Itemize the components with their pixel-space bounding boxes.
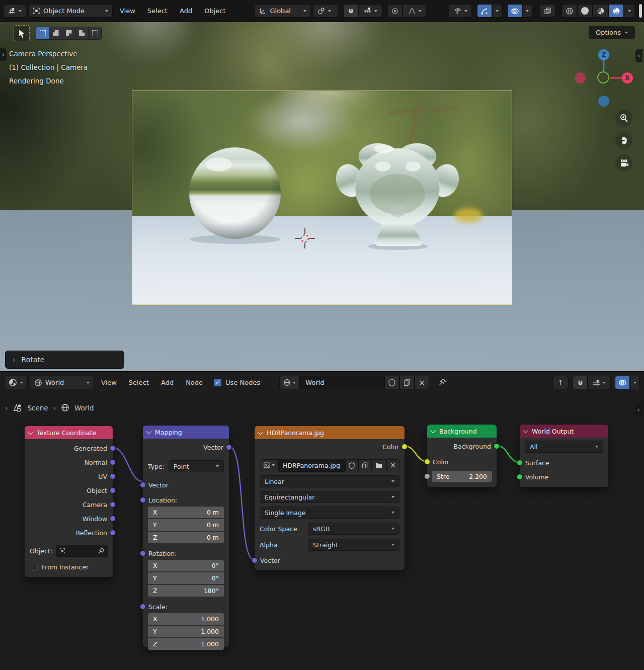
rotation-x-field[interactable]: X0° <box>148 560 224 571</box>
toolbar-toggle[interactable]: › <box>0 48 7 61</box>
node-texture-coordinate[interactable]: Texture Coordinate Generated Normal UV O… <box>24 426 113 577</box>
viewport-3d[interactable]: Options Camera Perspective (1) Collectio… <box>0 22 644 371</box>
shading-material-button[interactable] <box>593 4 608 18</box>
show-overlays-toggle[interactable] <box>615 376 630 389</box>
node-header[interactable]: Texture Coordinate <box>25 426 113 439</box>
menu-node[interactable]: Node <box>181 376 208 389</box>
zoom-button[interactable] <box>615 110 632 127</box>
socket-background-out[interactable] <box>494 443 500 449</box>
node-environment-texture[interactable]: HDRPanorama.jpg Color HDRPanorama.jpg <box>254 426 405 570</box>
location-x-field[interactable]: X0 m <box>148 507 224 518</box>
socket-reflection[interactable] <box>110 530 116 536</box>
proportional-falloff-dropdown[interactable] <box>403 4 427 18</box>
snap-toggle[interactable] <box>573 376 588 389</box>
browse-world-dropdown[interactable] <box>279 376 300 389</box>
rotation-z-field[interactable]: Z180° <box>148 585 224 597</box>
use-nodes-checkbox[interactable]: ✓ Use Nodes <box>214 379 260 386</box>
projection-dropdown[interactable]: Equirectangular <box>260 491 399 503</box>
socket-generated[interactable] <box>110 445 116 451</box>
xray-toggle[interactable] <box>539 4 555 18</box>
from-instancer-checkbox[interactable]: From Instancer <box>31 563 107 571</box>
operator-panel-rotate[interactable]: › Rotate <box>5 351 124 369</box>
unlink-button[interactable]: × <box>415 376 429 389</box>
socket-object[interactable] <box>110 487 116 493</box>
breadcrumb-scene[interactable]: Scene <box>27 404 48 412</box>
menu-select[interactable]: Select <box>142 5 173 18</box>
snap-with-dropdown[interactable] <box>358 4 382 18</box>
socket-surface[interactable] <box>517 460 523 466</box>
fake-user-button[interactable] <box>384 376 399 389</box>
rotation-y-field[interactable]: Y0° <box>148 572 224 584</box>
tweak-tool-button[interactable] <box>14 25 30 41</box>
socket-normal[interactable] <box>110 459 116 465</box>
breadcrumb-world[interactable]: World <box>74 404 94 412</box>
node-header[interactable]: HDRPanorama.jpg <box>255 426 405 439</box>
shader-type-dropdown[interactable]: World <box>30 376 94 389</box>
shading-wireframe-button[interactable] <box>561 4 577 18</box>
gizmo-x-neg-axis[interactable] <box>575 72 586 83</box>
browse-image-dropdown[interactable] <box>260 459 279 471</box>
node-world-output[interactable]: World Output All Surface Volume <box>519 424 609 487</box>
region-divider[interactable] <box>639 4 642 18</box>
scale-x-field[interactable]: X1.000 <box>148 613 224 625</box>
gizmo-z-axis[interactable]: Z <box>598 49 609 60</box>
overlays-dropdown[interactable] <box>522 4 532 18</box>
pan-button[interactable] <box>615 132 632 149</box>
select-mode-invert-button[interactable] <box>75 27 88 39</box>
snap-with-dropdown[interactable] <box>588 376 611 389</box>
gizmo-y-axis[interactable] <box>597 71 609 83</box>
socket-vector-in[interactable] <box>140 482 146 488</box>
camera-frame[interactable] <box>132 91 512 305</box>
object-type-visibility-dropdown[interactable] <box>449 4 472 18</box>
socket-scale[interactable] <box>140 604 146 610</box>
interpolation-dropdown[interactable]: Linear <box>260 475 399 487</box>
select-mode-new-button[interactable] <box>36 27 49 39</box>
world-name-field[interactable]: World <box>300 376 384 389</box>
scale-y-field[interactable]: Y1.000 <box>148 626 224 637</box>
camera-view-button[interactable] <box>615 154 632 172</box>
open-image-button[interactable] <box>371 459 386 471</box>
transform-orientation-dropdown[interactable]: Global <box>255 4 311 18</box>
shading-dropdown[interactable] <box>624 4 635 18</box>
select-mode-subtract-button[interactable] <box>62 27 75 39</box>
socket-window[interactable] <box>110 516 116 522</box>
editor-type-3dviewport-button[interactable] <box>3 4 26 18</box>
pin-button[interactable] <box>438 378 446 387</box>
mode-dropdown[interactable]: Object Mode <box>28 4 113 18</box>
socket-strength[interactable] <box>424 473 430 479</box>
fake-user-button[interactable] <box>345 459 358 471</box>
menu-view[interactable]: View <box>96 376 122 389</box>
socket-volume[interactable] <box>517 474 523 480</box>
new-copy-button[interactable] <box>358 459 371 471</box>
socket-color-out[interactable] <box>401 444 408 450</box>
shading-rendered-button[interactable] <box>608 4 624 18</box>
location-y-field[interactable]: Y0 m <box>148 519 224 531</box>
node-header[interactable]: Background <box>427 425 497 438</box>
new-copy-button[interactable] <box>399 376 415 389</box>
go-to-parent-button[interactable]: ↑ <box>552 376 569 389</box>
options-dropdown[interactable]: Options <box>589 26 635 39</box>
menu-select[interactable]: Select <box>124 376 154 389</box>
location-z-field[interactable]: Z0 m <box>148 532 224 543</box>
alpha-dropdown[interactable]: Straight <box>308 539 399 551</box>
source-dropdown[interactable]: Single Image <box>260 507 399 519</box>
socket-rotation[interactable] <box>140 550 146 556</box>
node-sidebar-toggle[interactable]: ‹ <box>635 403 642 416</box>
overlays-dropdown[interactable] <box>630 376 640 389</box>
output-target-dropdown[interactable]: All <box>525 441 603 453</box>
socket-vector-in[interactable] <box>252 557 258 563</box>
editor-type-shader-button[interactable] <box>4 376 28 389</box>
menu-add[interactable]: Add <box>175 5 197 18</box>
sidebar-toggle[interactable]: ‹ <box>635 49 642 62</box>
socket-color-in[interactable] <box>424 459 430 465</box>
pivot-point-dropdown[interactable] <box>313 4 338 18</box>
menu-view[interactable]: View <box>115 5 140 18</box>
object-picker-field[interactable] <box>56 545 108 557</box>
node-header[interactable]: Mapping <box>143 426 229 439</box>
strength-slider[interactable]: Stre 2.200 <box>432 471 492 482</box>
socket-vector-out[interactable] <box>226 444 232 450</box>
menu-add[interactable]: Add <box>156 376 179 389</box>
image-name-field[interactable]: HDRPanorama.jpg <box>279 459 345 472</box>
gizmo-x-axis[interactable]: X <box>622 72 633 83</box>
node-mapping[interactable]: Mapping Vector Type: Point Vector Locati… <box>142 425 229 647</box>
